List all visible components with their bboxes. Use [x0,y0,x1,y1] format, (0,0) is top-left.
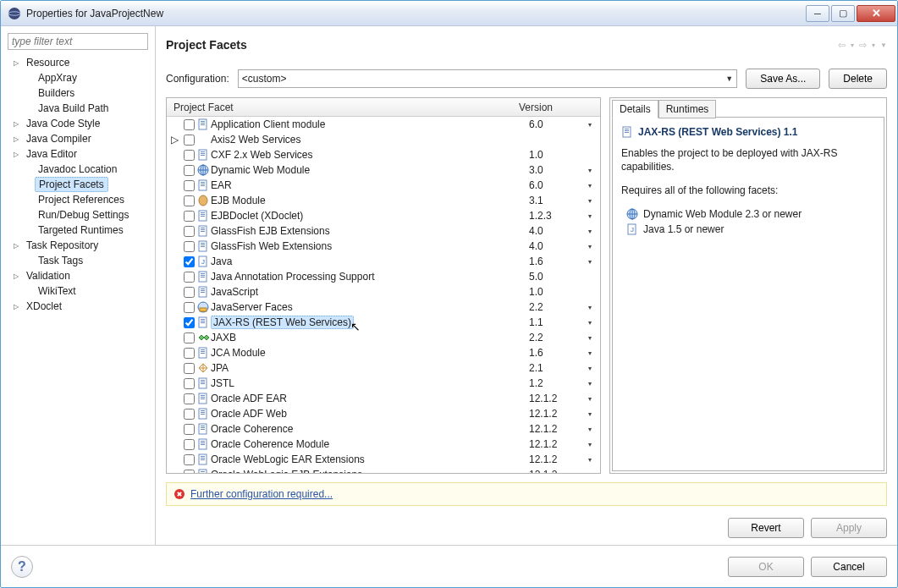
facet-checkbox[interactable] [184,256,195,267]
delete-button[interactable]: Delete [829,69,887,89]
version-dropdown-icon[interactable]: ▾ [580,182,600,190]
version-dropdown-icon[interactable]: ▾ [580,197,600,205]
help-button[interactable]: ? [11,556,33,578]
table-row[interactable]: Oracle ADF EAR12.1.2▾ [167,391,600,406]
facet-checkbox[interactable] [184,317,195,328]
sidebar-item[interactable]: ▷Java Compiler [8,131,148,146]
further-config-link[interactable]: Further configuration required... [190,488,333,500]
sidebar-item[interactable]: Run/Debug Settings [8,207,148,223]
version-dropdown-icon[interactable]: ▾ [580,243,600,250]
table-row[interactable]: JavaScript1.0 [167,284,600,299]
sidebar-item[interactable]: Project Facets [8,177,148,192]
maximize-button[interactable]: ▢ [831,5,855,22]
facet-checkbox[interactable] [184,119,195,130]
table-row[interactable]: JavaServer Faces2.2▾ [167,299,600,315]
facet-checkbox[interactable] [184,439,195,450]
save-as-button[interactable]: Save As... [746,69,820,89]
back-icon[interactable]: ⇦ [838,40,846,51]
table-row[interactable]: EAR6.0▾ [167,178,600,193]
facet-checkbox[interactable] [184,241,195,252]
table-row[interactable]: EJBDoclet (XDoclet)1.2.3▾ [167,208,600,223]
ok-button[interactable]: OK [728,557,804,577]
menu-caret-icon[interactable]: ▼ [880,41,887,49]
sidebar-item[interactable]: Javadoc Location [8,162,148,177]
version-dropdown-icon[interactable]: ▾ [580,121,600,129]
facet-checkbox[interactable] [184,135,195,146]
sidebar-item[interactable]: ▷Validation [8,268,148,283]
table-row[interactable]: Oracle WebLogic EAR Extensions12.1.2▾ [167,452,600,467]
apply-button[interactable]: Apply [811,518,887,538]
table-row[interactable]: GlassFish Web Extensions4.0▾ [167,239,600,254]
version-dropdown-icon[interactable]: ▾ [580,334,600,342]
table-row[interactable]: JCA Module1.6▾ [167,345,600,360]
sidebar-item[interactable]: WikiText [8,283,148,299]
sidebar-item[interactable]: ▷Java Editor [8,146,148,162]
version-dropdown-icon[interactable]: ▾ [580,304,600,311]
facet-checkbox[interactable] [184,332,195,343]
table-row[interactable]: Oracle Coherence12.1.2▾ [167,421,600,437]
table-row[interactable]: Oracle Coherence Module12.1.2▾ [167,437,600,452]
version-dropdown-icon[interactable]: ▾ [580,456,600,464]
col-facet[interactable]: Project Facet [167,102,515,113]
table-row[interactable]: JJava1.6▾ [167,254,600,269]
facet-checkbox[interactable] [184,287,195,298]
table-row[interactable]: Oracle ADF Web12.1.2▾ [167,406,600,421]
sidebar-item[interactable]: Java Build Path [8,101,148,116]
sidebar-item[interactable]: AppXray [8,70,148,85]
facet-checkbox[interactable] [184,302,195,313]
table-row[interactable]: Dynamic Web Module3.0▾ [167,162,600,178]
table-row[interactable]: JPA2.1▾ [167,360,600,376]
cancel-button[interactable]: Cancel [811,557,887,577]
version-dropdown-icon[interactable]: ▾ [580,471,600,474]
facet-checkbox[interactable] [184,424,195,435]
sidebar-item[interactable]: Task Tags [8,253,148,268]
version-dropdown-icon[interactable]: ▾ [580,441,600,448]
table-row[interactable]: EJB Module3.1▾ [167,193,600,208]
version-dropdown-icon[interactable]: ▾ [580,426,600,433]
version-dropdown-icon[interactable]: ▾ [580,228,600,235]
table-row[interactable]: Java Annotation Processing Support5.0 [167,269,600,284]
version-dropdown-icon[interactable]: ▾ [580,258,600,266]
sidebar-item[interactable]: ▷Java Code Style [8,116,148,131]
facet-checkbox[interactable] [184,454,195,465]
facet-checkbox[interactable] [184,211,195,222]
forward-icon[interactable]: ⇨ [859,40,867,51]
version-dropdown-icon[interactable]: ▾ [580,167,600,174]
minimize-button[interactable]: ─ [806,5,829,22]
table-body[interactable]: Application Client module6.0▾▷Axis2 Web … [167,117,600,473]
sidebar-item[interactable]: ▷Resource [8,55,148,70]
tab-runtimes[interactable]: Runtimes [658,100,717,118]
tab-details[interactable]: Details [612,100,658,118]
facet-checkbox[interactable] [184,150,195,161]
facet-checkbox[interactable] [184,363,195,374]
facet-checkbox[interactable] [184,348,195,359]
facet-checkbox[interactable] [184,470,195,474]
facet-checkbox[interactable] [184,195,195,206]
version-dropdown-icon[interactable]: ▾ [580,395,600,403]
version-dropdown-icon[interactable]: ▾ [580,380,600,387]
facet-checkbox[interactable] [184,180,195,191]
table-row[interactable]: JAXB2.2▾ [167,330,600,345]
table-row[interactable]: JAX-RS (REST Web Services)1.1▾ [167,315,600,330]
table-row[interactable]: CXF 2.x Web Services1.0 [167,147,600,162]
version-dropdown-icon[interactable]: ▾ [580,365,600,372]
facet-checkbox[interactable] [184,165,195,176]
version-dropdown-icon[interactable]: ▾ [580,349,600,357]
sidebar-item[interactable]: ▷XDoclet [8,299,148,314]
sidebar-item[interactable]: ▷Task Repository [8,238,148,253]
col-version[interactable]: Version [515,102,600,113]
table-row[interactable]: Oracle WebLogic EJB Extensions12.1.2▾ [167,467,600,473]
sidebar-item[interactable]: Targeted Runtimes [8,223,148,238]
close-button[interactable]: ✕ [857,5,895,22]
facet-checkbox[interactable] [184,226,195,237]
sidebar-item[interactable]: Builders [8,85,148,101]
version-dropdown-icon[interactable]: ▾ [580,212,600,220]
facet-checkbox[interactable] [184,393,195,404]
filter-input[interactable] [8,33,148,50]
table-row[interactable]: ▷Axis2 Web Services [167,132,600,147]
facet-checkbox[interactable] [184,272,195,283]
table-row[interactable]: Application Client module6.0▾ [167,117,600,132]
facet-checkbox[interactable] [184,409,195,420]
table-row[interactable]: JSTL1.2▾ [167,376,600,391]
revert-button[interactable]: Revert [728,518,804,538]
